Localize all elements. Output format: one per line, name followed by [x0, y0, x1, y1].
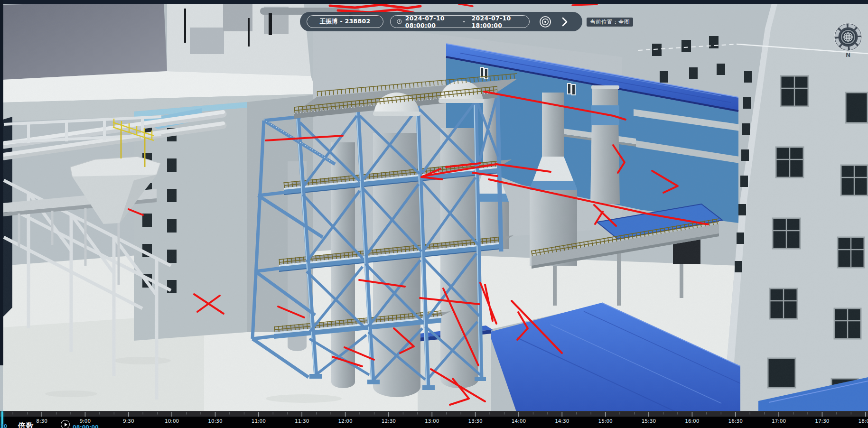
time-separator: -	[463, 18, 466, 25]
timeline-label: 14:30	[555, 418, 569, 424]
time-start: 2024-07-10 08:00:00	[405, 15, 457, 29]
compass-nav[interactable]: N	[831, 20, 866, 60]
globe-crosshair-icon	[844, 33, 852, 41]
timeline-label: 9:30	[123, 418, 134, 424]
timeline-label: 15:00	[598, 418, 613, 424]
timeline-label: 17:00	[772, 418, 786, 424]
person-label: 王振博 - 238802	[319, 18, 370, 26]
current-location-badge: 当前位置：全图	[587, 18, 633, 27]
top-toolbar: 王振博 - 238802 2024-07-10 08:00:00 - 2024-…	[300, 12, 582, 31]
timeline-label: 14:00	[512, 418, 526, 424]
3d-viewport[interactable]	[0, 0, 868, 428]
timeline-label: 13:30	[468, 418, 482, 424]
timeline-label: 16:30	[728, 418, 743, 424]
time-range-picker[interactable]: 2024-07-10 08:00:00 - 2024-07-10 18:00:0…	[390, 15, 530, 28]
timeline-label: 13:00	[425, 418, 439, 424]
person-selector[interactable]: 王振博 - 238802	[307, 15, 383, 28]
playback-multiplier-label: 倍数	[18, 421, 34, 428]
timeline-label: 10:00	[165, 418, 179, 424]
timeline-label: 8:30	[36, 418, 47, 424]
play-button[interactable]	[61, 420, 70, 428]
playback-current-time: 08:00:00	[73, 424, 99, 428]
timeline-label: 11:30	[295, 418, 309, 424]
timeline-label: 17:30	[815, 418, 829, 424]
timeline-label: 12:30	[382, 418, 396, 424]
timeline-label: 11:00	[252, 418, 266, 424]
timeline-label: 10:30	[208, 418, 222, 424]
compass-north-label: N	[846, 52, 850, 58]
timeline-label: 16:00	[685, 418, 699, 424]
chevron-right-icon[interactable]	[558, 15, 571, 28]
timeline-label: 12:00	[338, 418, 352, 424]
play-icon	[65, 423, 67, 427]
timeline-label-band: 8:309:009:3010:0010:3011:0011:3012:0012:…	[0, 417, 868, 428]
locate-icon[interactable]	[539, 15, 551, 28]
timeline-ruler[interactable]	[0, 411, 868, 417]
clock-icon	[397, 18, 402, 25]
time-end: 2024-07-10 18:00:00	[472, 15, 523, 29]
concrete-grain	[0, 0, 868, 428]
timeline-label: 15:30	[642, 418, 656, 424]
timeline-label: 9:00	[80, 418, 91, 424]
timeline-label: 18:00	[859, 418, 868, 424]
playback-speed[interactable]: 20	[0, 424, 7, 428]
